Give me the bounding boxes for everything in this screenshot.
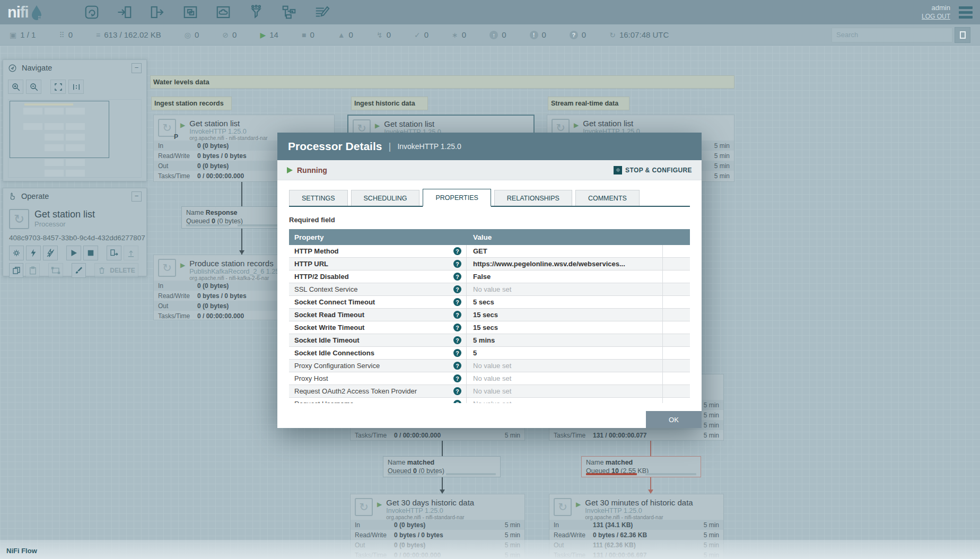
connection-progress-bars (586, 473, 696, 475)
status-stopped: ■0 (302, 30, 314, 39)
status-refresh[interactable]: ↻16:07:48 UTC (609, 30, 669, 39)
processor-type: PublishKafkaRecord_2_6 1.25.0 (189, 268, 284, 275)
disable-button[interactable] (43, 246, 58, 260)
tab-scheduling[interactable]: SCHEDULING (351, 190, 420, 206)
connection-label-matched-right-backpressure[interactable]: Name matched Queued 10 (2.55 KB) (581, 456, 701, 477)
logout-link[interactable]: LOG OUT (922, 12, 950, 21)
breadcrumb-bar: NiFi Flow (0, 540, 980, 559)
property-row: SSL Context Service?No value set (289, 283, 690, 296)
property-row: Socket Connect Timeout?5 secs (289, 296, 690, 309)
canvas-label-section-2[interactable]: Ingest historic data (351, 97, 428, 110)
template-icon[interactable] (280, 3, 298, 21)
start-button[interactable] (66, 246, 81, 260)
save-template-button[interactable] (107, 246, 121, 260)
status-not-transmitting: ⊘0 (222, 30, 237, 39)
processor-icon[interactable] (83, 3, 101, 21)
configure-button[interactable] (9, 246, 24, 260)
help-icon[interactable]: ? (453, 260, 461, 268)
help-icon[interactable]: ? (453, 285, 461, 293)
locally-modified-icon: ∗ (452, 31, 458, 39)
app-header: nifi admin LOG OUT (0, 0, 980, 24)
help-icon[interactable]: ? (453, 387, 461, 395)
help-icon[interactable]: ? (453, 273, 461, 281)
property-row: Socket Read Timeout?15 secs (289, 309, 690, 321)
property-row: HTTP Method?GET (289, 245, 690, 258)
active-threads-icon: ⠿ (59, 31, 64, 39)
help-icon[interactable]: ? (453, 324, 461, 331)
help-icon[interactable]: ? (453, 247, 461, 255)
panel-toggle-button[interactable] (955, 27, 970, 43)
status-locally-modified: ∗0 (452, 30, 466, 39)
operate-title: Operate (21, 192, 49, 200)
canvas-label-section-1[interactable]: Ingest station records (151, 97, 232, 110)
processor-icon: ↻ (158, 259, 176, 277)
help-icon[interactable]: ? (453, 349, 461, 357)
zoom-out-button[interactable] (26, 80, 41, 94)
dialog-subtitle: InvokeHTTP 1.25.0 (397, 142, 461, 151)
property-row: Proxy Configuration Service?No value set (289, 360, 690, 372)
zoom-in-button[interactable] (8, 80, 23, 94)
processor-name: Get 30 days historic data (386, 498, 474, 507)
output-port-icon[interactable] (148, 3, 167, 21)
paste-button[interactable] (25, 263, 40, 278)
search-input[interactable] (832, 28, 952, 42)
help-icon[interactable]: ? (453, 400, 461, 403)
input-port-icon[interactable] (116, 3, 134, 21)
processor-bundle: org.apache.nifi - nifi-kafka-2-6-nar (189, 275, 284, 281)
connection-progress-bars (186, 224, 281, 226)
upload-button[interactable] (124, 246, 138, 260)
minimap-viewport[interactable] (10, 101, 109, 158)
status-sync-failure: ?0 (570, 30, 586, 39)
canvas-label-section-3[interactable]: Stream real-time data (548, 97, 629, 110)
help-icon[interactable]: ? (453, 298, 461, 306)
running-status-icon: ▶ (180, 261, 185, 269)
status-running: ▶14 (260, 30, 278, 39)
tab-properties[interactable]: PROPERTIES (423, 189, 491, 207)
process-group-icon[interactable] (181, 3, 199, 21)
help-icon[interactable]: ? (453, 311, 461, 319)
processor-details-dialog: Processor Details | InvokeHTTP 1.25.0 Ru… (277, 133, 702, 428)
collapse-navigate-button[interactable]: − (132, 63, 142, 73)
enable-button[interactable] (26, 246, 41, 260)
label-icon[interactable] (313, 3, 331, 21)
primary-node-badge: P (174, 133, 178, 141)
help-icon[interactable]: ? (453, 362, 461, 370)
property-row: Request Username?No value set (289, 398, 690, 403)
status-transmitting: ◎0 (185, 30, 199, 39)
connection-label-response[interactable]: Name Response Queued 0 (0 bytes) (181, 206, 285, 229)
collapse-operate-button[interactable]: − (132, 191, 142, 202)
tab-relationships[interactable]: RELATIONSHIPS (494, 190, 572, 206)
connection-label-matched-left[interactable]: Name matched Queued 0 (0 bytes) (383, 456, 501, 477)
tab-comments[interactable]: COMMENTS (575, 190, 640, 206)
status-queued: ≡613 / 162.02 KB (96, 30, 161, 39)
canvas-label-group[interactable]: Water levels data (150, 75, 734, 89)
dialog-title: Processor Details (288, 140, 382, 153)
running-status-icon: ▶ (375, 122, 380, 129)
delete-button[interactable]: DELETE (94, 263, 138, 278)
compass-icon (8, 64, 17, 73)
global-menu-icon[interactable] (959, 6, 973, 19)
copy-button[interactable] (9, 263, 23, 278)
selected-component-name: Get station list (34, 209, 95, 220)
zoom-fit-button[interactable] (50, 80, 66, 94)
remote-process-group-icon[interactable] (214, 3, 232, 21)
running-icon: ▶ (260, 31, 266, 39)
processor-type: InvokeHTTP 1.25.0 (189, 128, 267, 135)
breadcrumb[interactable]: NiFi Flow (6, 547, 37, 555)
connection-arrowhead (648, 490, 653, 494)
group-button[interactable] (48, 263, 63, 278)
operate-palette: Operate − ↻ Get station list Processor 4… (3, 188, 147, 276)
stop-button[interactable] (83, 246, 98, 260)
help-icon[interactable]: ? (453, 336, 461, 344)
minimap[interactable] (8, 99, 142, 178)
help-icon[interactable]: ? (453, 374, 461, 382)
nifi-logo: nifi (7, 3, 70, 21)
processor-name: Get station list (384, 119, 462, 128)
funnel-icon[interactable] (247, 3, 265, 21)
zoom-actual-size-button[interactable] (68, 80, 84, 94)
ok-button[interactable]: OK (646, 411, 702, 428)
fill-color-button[interactable] (72, 263, 86, 278)
tab-settings[interactable]: SETTINGS (289, 190, 348, 206)
running-status-icon (287, 167, 293, 173)
stop-and-configure-button[interactable]: STOP & CONFIGURE (614, 166, 692, 174)
